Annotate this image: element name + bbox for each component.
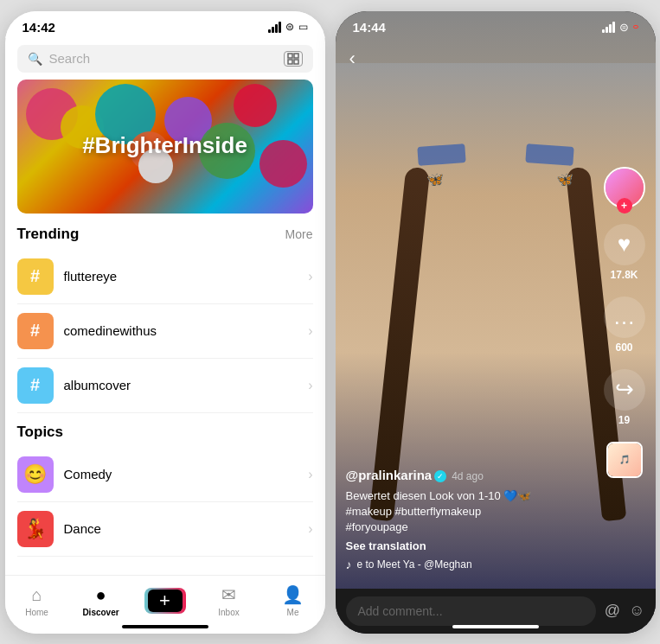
signal-icon: [268, 22, 281, 33]
like-count: 17.8K: [610, 269, 638, 281]
trend-label-1: fluttereye: [64, 269, 298, 284]
svg-rect-2: [288, 60, 292, 64]
right-phone: 🦋 🦋 14:44 ⊜ ‹ + ♥ 17.8: [336, 11, 656, 634]
back-button[interactable]: ‹: [349, 48, 356, 70]
emoji-icon[interactable]: ☺: [629, 602, 644, 620]
home-indicator-right: [452, 625, 539, 628]
chevron-comedy: ›: [308, 467, 312, 482]
topics-section: Topics 😊 Comedy › 💃 Dance ›: [5, 413, 325, 557]
nav-discover-label: Discover: [82, 608, 119, 617]
right-time: 14:44: [353, 20, 386, 35]
left-phone: 14:42 ⊜ ▭ 🔍 Search: [5, 11, 325, 634]
svg-rect-1: [294, 54, 298, 58]
creator-avatar[interactable]: +: [604, 167, 645, 208]
me-icon: 👤: [282, 584, 304, 605]
svg-rect-0: [288, 54, 292, 58]
wifi-icon-right: ⊜: [619, 21, 629, 34]
topic-item-comedy[interactable]: 😊 Comedy ›: [17, 448, 313, 502]
music-thumbnail: 🎵: [606, 442, 643, 478]
topic-icon-dance: 💃: [17, 511, 54, 547]
music-text: e to Meet Ya - @Meghan: [357, 558, 472, 571]
music-note-icon: ♪: [346, 558, 352, 571]
inbox-icon: ✉: [221, 584, 236, 605]
nav-me[interactable]: 👤 Me: [261, 584, 325, 617]
nav-inbox-label: Inbox: [218, 608, 239, 617]
chevron-dance: ›: [308, 521, 312, 537]
share-button[interactable]: ↪ 19: [604, 369, 645, 426]
banner[interactable]: #BrighterInside: [17, 80, 313, 214]
topic-label-dance: Dance: [64, 521, 298, 536]
svg-rect-3: [294, 60, 298, 64]
topics-title: Topics: [17, 424, 64, 441]
see-translation[interactable]: See translation: [346, 539, 595, 552]
share-icon: ↪: [604, 369, 645, 411]
topic-icon-comedy: 😊: [17, 456, 54, 493]
home-icon: ⌂: [31, 585, 42, 605]
nav-home-label: Home: [25, 608, 48, 617]
trend-icon-2: #: [17, 313, 54, 349]
comment-count: 600: [615, 341, 632, 354]
discover-icon: ●: [95, 585, 106, 605]
trend-item-1[interactable]: # fluttereye ›: [17, 250, 313, 304]
topic-label-comedy: Comedy: [64, 467, 298, 481]
comment-input[interactable]: Add comment...: [346, 596, 596, 626]
trend-icon-1: #: [17, 258, 54, 295]
left-status-icons: ⊜ ▭: [268, 21, 308, 33]
comment-placeholder: Add comment...: [358, 604, 443, 618]
trending-title: Trending: [17, 226, 80, 243]
topic-item-dance[interactable]: 💃 Dance ›: [17, 502, 313, 557]
wifi-icon: ⊜: [285, 21, 294, 33]
trending-section: Trending More # fluttereye › # comedinew…: [5, 214, 325, 413]
trend-label-3: albumcover: [64, 378, 298, 392]
search-bar[interactable]: 🔍 Search: [17, 45, 313, 73]
trend-label-2: comedinewithus: [64, 323, 298, 338]
right-status-icons: ⊜: [602, 21, 638, 34]
nav-home[interactable]: ⌂ Home: [5, 585, 69, 617]
create-button[interactable]: +: [144, 588, 186, 614]
trending-header: Trending More: [17, 226, 313, 243]
trend-item-2[interactable]: # comedinewithus ›: [17, 304, 313, 359]
banner-text: #BrighterInside: [82, 132, 247, 159]
nav-discover[interactable]: ● Discover: [69, 585, 133, 617]
time-ago: 4d ago: [452, 470, 484, 482]
verified-badge: ✓: [434, 470, 446, 482]
nav-create[interactable]: +: [133, 588, 197, 614]
left-time: 14:42: [22, 20, 55, 35]
trend-item-3[interactable]: # albumcover ›: [17, 359, 313, 413]
video-description: Bewertet diesen Look von 1-10 💙🦋 #makeup…: [346, 488, 595, 536]
share-count: 19: [618, 414, 630, 426]
battery-icon-right: [633, 25, 638, 29]
video-username[interactable]: @pralinkarina: [346, 468, 433, 482]
music-info: ♪ e to Meet Ya - @Meghan: [346, 558, 595, 571]
search-icon: 🔍: [28, 52, 42, 66]
like-button[interactable]: ♥ 17.8K: [604, 224, 645, 281]
at-icon[interactable]: @: [605, 602, 620, 620]
expand-icon[interactable]: [284, 51, 303, 67]
comment-icon: …: [604, 296, 645, 338]
video-info: @pralinkarina ✓ 4d ago Bewertet diesen L…: [346, 468, 595, 571]
like-icon: ♥: [604, 224, 645, 265]
chevron-icon-2: ›: [308, 323, 312, 339]
trend-icon-3: #: [17, 367, 54, 404]
nav-me-label: Me: [287, 608, 299, 617]
search-placeholder[interactable]: Search: [49, 51, 277, 66]
left-status-bar: 14:42 ⊜ ▭: [5, 11, 325, 38]
comment-action-icons: @ ☺: [605, 602, 645, 620]
home-indicator-left: [122, 625, 208, 628]
chevron-icon-1: ›: [308, 269, 312, 284]
right-status-bar: 14:44 ⊜: [336, 11, 656, 38]
follow-plus[interactable]: +: [617, 198, 632, 214]
battery-icon: ▭: [298, 21, 308, 33]
signal-icon-right: [602, 22, 615, 33]
more-link[interactable]: More: [285, 227, 313, 241]
nav-inbox[interactable]: ✉ Inbox: [197, 584, 261, 617]
topics-header: Topics: [17, 424, 313, 441]
comment-button[interactable]: … 600: [604, 296, 645, 354]
chevron-icon-3: ›: [308, 378, 312, 393]
action-bar: + ♥ 17.8K … 600 ↪ 19 🎵: [604, 167, 645, 478]
